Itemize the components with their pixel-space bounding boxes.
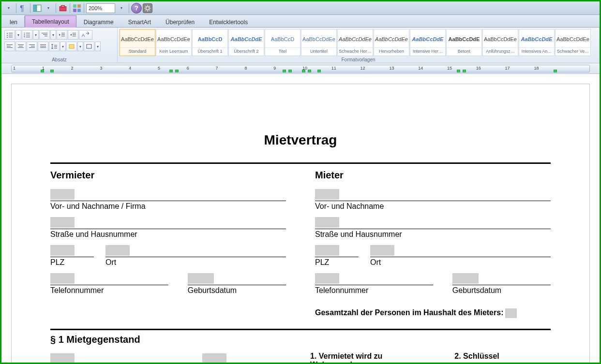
shading-button[interactable] [66, 42, 77, 51]
svg-rect-21 [26, 37, 30, 37]
indent-increase-button[interactable] [68, 30, 78, 40]
multilevel-list-button[interactable] [39, 30, 50, 40]
multilevel-dropdown[interactable]: ▾ [50, 30, 56, 40]
style-item[interactable]: AaBbCcDdEBetont [446, 29, 482, 56]
placeholder[interactable] [50, 189, 75, 200]
align-left-button[interactable] [4, 42, 15, 51]
ruler-marker[interactable] [175, 70, 179, 73]
page[interactable]: Mietvertrag Vermieter Vor- und Nachname … [11, 84, 590, 363]
placeholder[interactable] [315, 189, 339, 200]
style-item[interactable]: AaBbCcDdEeSchwacher Ve… [555, 29, 591, 56]
align-justify-button[interactable] [38, 42, 48, 51]
ruler-number: 12 [361, 66, 365, 71]
style-preview: AaBbCcDdE [412, 31, 444, 47]
placeholder[interactable] [50, 217, 75, 228]
toolbox-icon[interactable] [58, 3, 68, 13]
tab-smartart[interactable]: SmartArt [121, 16, 158, 28]
style-item[interactable]: AaBbCcDÜberschrift 1 [192, 29, 228, 56]
style-preview: AaBbCcDdEe [556, 31, 589, 47]
svg-rect-15 [9, 37, 13, 37]
shading-dropdown[interactable]: ▾ [77, 42, 83, 51]
placeholder[interactable] [202, 353, 226, 363]
ruler-marker[interactable] [288, 70, 292, 73]
placeholder[interactable] [315, 273, 339, 284]
placeholder[interactable] [50, 273, 75, 284]
align-right-button[interactable] [27, 42, 37, 51]
style-preview: AaBbCcDdE [231, 31, 262, 47]
bullets-dropdown[interactable]: ▾ [15, 30, 21, 40]
label-street: Straße und Hausnummer [315, 230, 551, 239]
placeholder[interactable] [50, 353, 75, 363]
style-item[interactable]: AaBbCcDdEÜberschrift 2 [228, 29, 264, 56]
style-label: Intensive Her… [410, 47, 445, 55]
line-spacing-dropdown[interactable]: ▾ [60, 42, 66, 51]
borders-button[interactable] [84, 42, 94, 51]
numbering-dropdown[interactable]: ▾ [33, 30, 39, 40]
placeholder[interactable] [370, 245, 394, 256]
paragraph-marks-icon[interactable]: ¶ [18, 3, 28, 13]
sidebar-toggle-icon[interactable] [32, 3, 42, 13]
style-item[interactable]: AaBbCcDdEeStandard [120, 29, 155, 56]
style-item[interactable]: AaBbCcDdEeHervorheben [374, 29, 409, 56]
borders-dropdown[interactable]: ▾ [95, 42, 101, 51]
sub-schluessel: 2. Schlüssel [454, 352, 551, 361]
tab-entwicklertools[interactable]: Entwicklertools [202, 16, 255, 28]
sidebar-dropdown[interactable]: ▾ [43, 3, 54, 14]
placeholder[interactable] [452, 273, 479, 284]
placeholder[interactable] [505, 308, 517, 318]
style-item[interactable]: AaBbCcDdEeAnführungsz… [482, 29, 518, 56]
placeholder[interactable] [50, 245, 75, 256]
settings-gear-icon[interactable] [143, 3, 152, 13]
ruler-marker[interactable] [463, 70, 466, 73]
svg-rect-35 [18, 44, 24, 45]
help-icon[interactable]: ? [131, 3, 142, 14]
horizontal-ruler[interactable]: 1123456789101112131415161718 [11, 65, 590, 73]
style-preview: AaBbCcDdEe [375, 31, 408, 47]
document-area[interactable]: Mietvertrag Vermieter Vor- und Nachname … [1, 75, 600, 363]
gesamt-label: Gesamtzahl der Personen im Haushalt des … [315, 308, 503, 317]
label-name: Vor- und Nachname [315, 202, 551, 211]
tab-diagramme[interactable]: Diagramme [76, 16, 121, 28]
style-item[interactable]: AaBbCcDdEIntensive Her… [410, 29, 446, 56]
align-center-button[interactable] [15, 42, 26, 51]
bullets-button[interactable] [4, 30, 15, 40]
ruler-marker[interactable] [169, 70, 173, 73]
ruler-marker[interactable] [41, 70, 44, 73]
tab-ueberpruefen[interactable]: Überprüfen [158, 16, 202, 28]
tab-partial[interactable]: len [2, 16, 25, 28]
style-item[interactable]: AaBbCcDdEIntensives An… [519, 29, 555, 56]
placeholder[interactable] [105, 245, 130, 256]
ruler-marker[interactable] [50, 70, 54, 73]
sub-vermietet: 1. Vermietet wird zu Wohnzwecken [310, 352, 435, 363]
ruler-marker[interactable] [457, 70, 460, 73]
ruler-marker[interactable] [302, 70, 305, 73]
placeholder[interactable] [315, 245, 339, 256]
svg-rect-2 [37, 5, 41, 12]
ruler-marker[interactable] [283, 70, 286, 73]
indent-decrease-button[interactable] [57, 30, 67, 40]
tab-tabellenlayout[interactable]: Tabellenlayout [25, 15, 76, 28]
svg-rect-17 [26, 33, 30, 33]
style-label: Hervorheben [374, 47, 409, 55]
label-ort: Ort [370, 258, 551, 267]
ruler-marker[interactable] [554, 70, 557, 73]
placeholder[interactable] [188, 273, 214, 284]
svg-rect-45 [54, 46, 57, 47]
text-direction-button[interactable]: A [79, 30, 92, 40]
col-vermieter: Vermieter Vor- und Nachname / Firma Stra… [50, 168, 286, 318]
undo-dropdown[interactable]: ▾ [3, 3, 14, 14]
placeholder[interactable] [315, 217, 339, 228]
style-item[interactable]: AaBbCcDTitel [265, 29, 300, 56]
style-item[interactable]: AaBbCcDdEeUntertitel [301, 29, 337, 56]
numbering-button[interactable]: 123 [22, 30, 32, 40]
zoom-dropdown[interactable]: ▾ [116, 3, 127, 14]
style-item[interactable]: AaBbCcDdEeSchwache Her… [337, 29, 373, 56]
zoom-combo[interactable]: 200% [86, 3, 115, 13]
gallery-icon[interactable] [72, 3, 82, 13]
style-label: Schwache Her… [338, 47, 373, 55]
ruler-marker[interactable] [308, 70, 311, 73]
ribbon-group-absatz: ▾ 123 ▾ ▾ A ▾ ▾ ▾ Absatz [1, 28, 118, 63]
line-spacing-button[interactable] [49, 42, 60, 51]
style-item[interactable]: AaBbCcDdEeKein Leerraum [156, 29, 192, 56]
ruler-marker[interactable] [317, 70, 321, 73]
